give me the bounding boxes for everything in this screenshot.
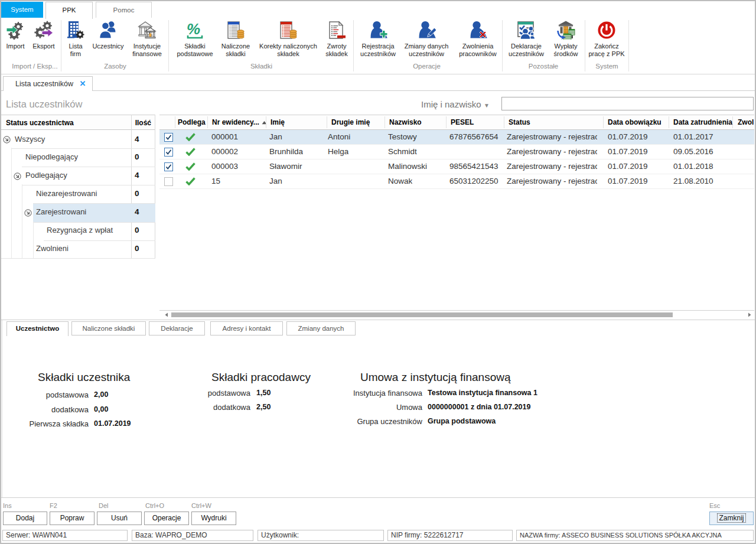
svg-text:%: % bbox=[187, 21, 200, 38]
